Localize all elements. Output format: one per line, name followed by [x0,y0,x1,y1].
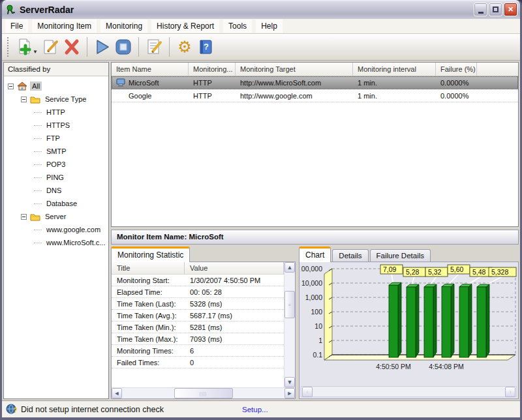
svg-text:4:50:50 PM: 4:50:50 PM [376,363,411,370]
monitoring-chart: 100,00010,0001,0001001010.17,095,285,325… [301,263,517,373]
stat-row: Time Taken (Min.):5281 (ms) [112,322,284,333]
monitor-panel-title: Monitor Item Name: MicroSoft [111,230,519,245]
tree-item-pop3[interactable]: POP3 [4,158,108,171]
tree-item-https[interactable]: HTTPS [4,119,108,132]
stat-title: Monitoring Times: [112,347,185,355]
stat-title: Failed Times: [112,359,185,367]
svg-text:5,60: 5,60 [450,265,464,273]
tree-expander-icon[interactable] [21,214,27,220]
monitor-icon [116,78,126,87]
scroll-up-button[interactable]: ▲ [284,262,295,273]
statistics-horizontal-scrollbar[interactable]: ◄ |||| ► [112,387,295,398]
add-item-dropdown-icon[interactable]: ▼ [33,49,38,55]
list-cell: http://www.MicroSoft.com [236,79,353,87]
tree-connector [34,138,42,139]
list-column-failure-[interactable]: Failure (%) [436,63,477,76]
toolbar-gripper[interactable] [7,37,9,57]
help-button[interactable]: ? [195,37,216,57]
edit-item-button[interactable] [40,37,61,57]
minimize-button[interactable] [474,3,487,16]
folder-icon [30,95,40,104]
tree-item-server[interactable]: Server [4,210,108,223]
scroll-left-button[interactable]: ◄ [112,388,122,398]
list-column-monitoring-[interactable]: Monitoring... [189,63,236,76]
statistics-vertical-scrollbar[interactable]: ▲ ≡ ▼ [284,262,295,387]
tree-item-label: PING [44,173,66,182]
stop-monitoring-button[interactable] [113,37,134,57]
tree-item-database[interactable]: Database [4,197,108,210]
table-row[interactable]: MicroSoftHTTPhttp://www.MicroSoft.com1 m… [112,76,518,89]
tree-item-http[interactable]: HTTP [4,106,108,119]
column-value[interactable]: Value [185,262,284,274]
stat-title: Time Taken (Max.): [112,335,185,343]
scroll-left-button[interactable]: ‹ [302,387,313,397]
app-window: ServerRadar ✕ FileMonitoring ItemMonitor… [0,0,522,420]
statistics-header: Title Value [112,262,284,275]
window-title: ServerRadar [20,5,472,15]
tree-connector [34,243,42,243]
column-title[interactable]: Title [112,262,185,274]
list-cell: HTTP [189,92,236,100]
tab-chart[interactable]: Chart [299,247,331,262]
menu-history-report[interactable]: History & Report [151,20,219,33]
status-bar: ? Did not setup internet connection chec… [2,400,520,417]
scroll-thumb[interactable]: |||| [174,388,233,398]
svg-text:5,28: 5,28 [406,268,420,276]
list-column-monitoring-target[interactable]: Monitoring Target [236,63,353,76]
tab-details[interactable]: Details [332,249,368,262]
stat-value: 6 [185,347,284,355]
tree-item-label: All [30,82,42,91]
list-column-monitoring-interval[interactable]: Monitoring interval [353,63,436,76]
scroll-right-button[interactable]: ► [284,388,295,398]
tree-item-label: FTP [44,134,62,143]
classification-tree: AllService TypeHTTPHTTPSFTPSMTPPOP3PINGD… [4,76,108,398]
svg-text:5,32: 5,32 [428,268,442,276]
menu-tools[interactable]: Tools [223,20,252,33]
chart-horizontal-scrollbar[interactable]: ‹ › [301,386,517,397]
tree-item-label: Database [44,199,79,208]
settings-button[interactable]: ⚙ [174,37,195,57]
tree-item-ping[interactable]: PING [4,171,108,184]
tree-item-service-type[interactable]: Service Type [4,93,108,106]
tab-failure-details[interactable]: Failure Details [370,249,431,262]
scroll-thumb[interactable]: ≡ [284,291,295,318]
report-button[interactable] [144,37,164,57]
list-column-item-name[interactable]: Item Name [112,63,189,76]
monitoring-items-list: Item NameMonitoring...Monitoring TargetM… [111,62,519,227]
menu-monitoring[interactable]: Monitoring [100,20,147,33]
stat-row: Time Taken (Max.):7093 (ms) [112,333,284,345]
scroll-right-button[interactable]: › [505,387,515,397]
tree-expander-icon[interactable] [21,97,27,102]
table-row[interactable]: GoogleHTTPhttp://www.google.com1 min.0.0… [112,89,518,102]
svg-text:5,48: 5,48 [472,268,486,276]
tree-item-ftp[interactable]: FTP [4,132,108,145]
tree-item-all[interactable]: All [4,80,108,93]
delete-item-button[interactable] [61,37,82,57]
title-bar: ServerRadar ✕ [2,0,520,19]
svg-text:4:54:08 PM: 4:54:08 PM [429,363,464,370]
tree-item-www-google-com[interactable]: www.google.com [4,223,108,236]
tree-item-dns[interactable]: DNS [4,184,108,197]
stat-row: Time Taken (Avg.):5687.17 (ms) [112,310,284,322]
start-monitoring-button[interactable] [92,37,113,57]
toolbar-separator [138,37,139,57]
stat-value: 7093 (ms) [185,335,284,343]
menu-help[interactable]: Help [256,20,283,33]
statistics-box: Title Value Monitoring Start:1/30/2007 4… [111,262,296,399]
maximize-button[interactable] [489,3,502,16]
setup-link[interactable]: Setup... [242,406,268,413]
menu-file[interactable]: File [5,20,28,33]
tree-item-smtp[interactable]: SMTP [4,145,108,158]
tree-item-www-microsoft-c-[interactable]: www.MicroSoft.c... [4,236,108,249]
menu-monitoring-item[interactable]: Monitoring Item [32,20,97,33]
list-cell: Google [112,92,189,100]
tree-expander-icon[interactable] [8,83,14,89]
close-button[interactable]: ✕ [504,3,517,16]
connection-check-icon: ? [6,404,17,415]
tab-monitoring-statistic[interactable]: Monitoring Statistic [111,247,190,262]
scroll-down-button[interactable]: ▼ [284,377,295,387]
tree-connector [34,177,42,178]
toolbar-separator [87,37,87,57]
svg-text:10: 10 [315,322,322,330]
tree-item-label: SMTP [44,147,69,156]
